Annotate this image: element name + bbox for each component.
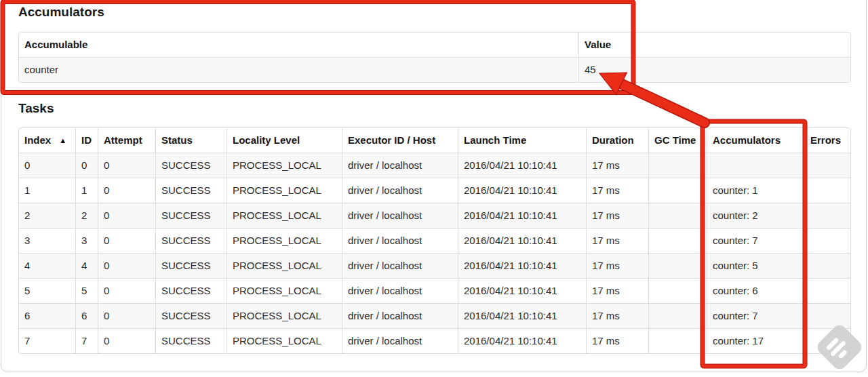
table-cell: 2016/04/21 10:10:41	[458, 278, 586, 303]
table-cell	[804, 153, 850, 178]
table-cell	[648, 203, 707, 228]
table-cell: 0	[98, 303, 155, 328]
table-cell: driver / localhost	[342, 253, 458, 278]
column-header-index-label: Index	[24, 134, 51, 146]
table-cell: 5	[75, 278, 98, 303]
table-row: 660SUCCESSPROCESS_LOCALdriver / localhos…	[19, 303, 850, 328]
table-cell: 17 ms	[586, 278, 648, 303]
table-cell	[804, 278, 850, 303]
table-row: 000SUCCESSPROCESS_LOCALdriver / localhos…	[19, 153, 850, 178]
table-cell: SUCCESS	[155, 228, 226, 253]
table-cell: counter: 6	[707, 278, 804, 303]
accumulators-header-row: Accumulable Value	[19, 33, 850, 57]
table-cell: 0	[98, 153, 155, 178]
table-cell: 1	[75, 178, 98, 203]
table-cell: PROCESS_LOCAL	[226, 303, 342, 328]
table-cell: 2016/04/21 10:10:41	[458, 228, 586, 253]
table-cell: SUCCESS	[155, 203, 226, 228]
column-header-accumulable[interactable]: Accumulable	[19, 33, 578, 57]
table-cell: counter: 1	[707, 178, 804, 203]
table-cell: counter: 7	[707, 228, 804, 253]
table-cell: 17 ms	[586, 253, 648, 278]
table-cell: 3	[75, 228, 98, 253]
table-cell: PROCESS_LOCAL	[226, 178, 342, 203]
table-cell: 2016/04/21 10:10:41	[458, 303, 586, 328]
column-header-attempt[interactable]: Attempt	[98, 128, 155, 153]
table-cell: 7	[19, 328, 75, 353]
table-cell	[804, 303, 850, 328]
table-cell: PROCESS_LOCAL	[226, 253, 342, 278]
table-cell: driver / localhost	[342, 153, 458, 178]
accumulators-table: Accumulable Value counter45	[18, 32, 851, 83]
table-cell: 0	[98, 253, 155, 278]
table-cell	[648, 153, 707, 178]
table-cell: 0	[98, 328, 155, 353]
column-header-gc-time[interactable]: GC Time	[648, 128, 707, 153]
table-cell: 0	[98, 203, 155, 228]
column-header-id[interactable]: ID	[75, 128, 98, 153]
sort-ascending-icon: ▲	[59, 136, 66, 144]
table-cell: 17 ms	[586, 178, 648, 203]
table-cell: PROCESS_LOCAL	[226, 278, 342, 303]
table-cell: counter: 7	[707, 303, 804, 328]
table-cell: 0	[98, 228, 155, 253]
table-cell	[648, 228, 707, 253]
table-row: counter45	[19, 57, 850, 82]
table-cell: counter: 2	[707, 203, 804, 228]
table-cell: 0	[98, 278, 155, 303]
table-row: 330SUCCESSPROCESS_LOCALdriver / localhos…	[19, 228, 850, 253]
table-cell: driver / localhost	[342, 203, 458, 228]
table-row: 110SUCCESSPROCESS_LOCALdriver / localhos…	[19, 178, 850, 203]
table-cell: 45	[578, 57, 850, 82]
table-cell: 6	[75, 303, 98, 328]
table-cell	[804, 253, 850, 278]
tasks-table: Index▲ ID Attempt Status Locality Level …	[18, 127, 851, 354]
table-cell: 2016/04/21 10:10:41	[458, 203, 586, 228]
table-cell: 0	[75, 153, 98, 178]
table-cell: PROCESS_LOCAL	[226, 203, 342, 228]
table-cell: PROCESS_LOCAL	[226, 228, 342, 253]
table-cell: 17 ms	[586, 153, 648, 178]
table-cell	[648, 178, 707, 203]
table-cell	[648, 328, 707, 353]
table-cell: 17 ms	[586, 228, 648, 253]
table-cell	[707, 153, 804, 178]
column-header-launch-time[interactable]: Launch Time	[458, 128, 586, 153]
table-cell: 17 ms	[586, 303, 648, 328]
accumulators-section-title: Accumulators	[18, 5, 104, 20]
table-row: 220SUCCESSPROCESS_LOCALdriver / localhos…	[19, 203, 850, 228]
table-cell: 2016/04/21 10:10:41	[458, 178, 586, 203]
table-cell: counter: 5	[707, 253, 804, 278]
table-cell	[804, 203, 850, 228]
table-cell: 6	[19, 303, 75, 328]
table-cell: SUCCESS	[155, 253, 226, 278]
table-cell	[804, 228, 850, 253]
table-cell: 1	[19, 178, 75, 203]
column-header-accumulators[interactable]: Accumulators	[707, 128, 804, 153]
column-header-executor-id-host[interactable]: Executor ID / Host	[342, 128, 458, 153]
table-cell	[648, 253, 707, 278]
table-cell: 17 ms	[586, 203, 648, 228]
table-cell: SUCCESS	[155, 328, 226, 353]
table-cell: driver / localhost	[342, 278, 458, 303]
table-cell: 0	[19, 153, 75, 178]
table-cell: SUCCESS	[155, 178, 226, 203]
column-header-locality-level[interactable]: Locality Level	[226, 128, 342, 153]
table-cell: 2	[19, 203, 75, 228]
column-header-status[interactable]: Status	[155, 128, 226, 153]
table-cell: 0	[98, 178, 155, 203]
column-header-errors[interactable]: Errors	[804, 128, 850, 153]
table-cell: 5	[19, 278, 75, 303]
table-cell: driver / localhost	[342, 303, 458, 328]
column-header-value[interactable]: Value	[578, 33, 850, 57]
table-row: 770SUCCESSPROCESS_LOCALdriver / localhos…	[19, 328, 850, 353]
table-cell: PROCESS_LOCAL	[226, 153, 342, 178]
spark-stage-detail-page: Accumulators Accumulable Value counter45…	[0, 0, 868, 377]
table-cell: 4	[19, 253, 75, 278]
table-cell	[804, 328, 850, 353]
tasks-table-body: 000SUCCESSPROCESS_LOCALdriver / localhos…	[19, 153, 850, 353]
table-cell: 2016/04/21 10:10:41	[458, 328, 586, 353]
column-header-index[interactable]: Index▲	[19, 128, 75, 153]
column-header-duration[interactable]: Duration	[586, 128, 648, 153]
tasks-section-title: Tasks	[18, 101, 54, 116]
